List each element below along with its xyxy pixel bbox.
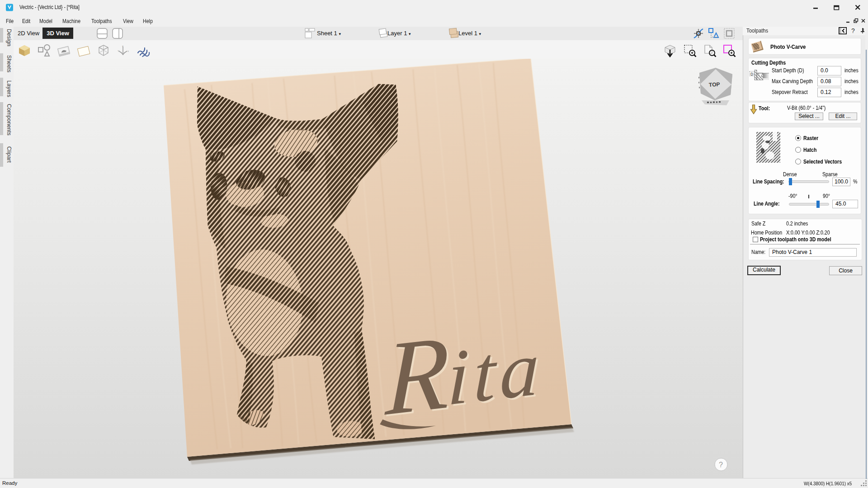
svg-text:x: x	[127, 50, 129, 52]
svg-text:TOP: TOP	[709, 81, 720, 88]
svg-text:?: ?	[719, 461, 723, 469]
svg-text:R: R	[384, 313, 451, 437]
svg-text:Y: Y	[118, 50, 119, 52]
svg-text:ita: ita	[447, 323, 544, 422]
svg-text:D: D	[750, 72, 753, 76]
svg-text:z: z	[122, 45, 123, 47]
